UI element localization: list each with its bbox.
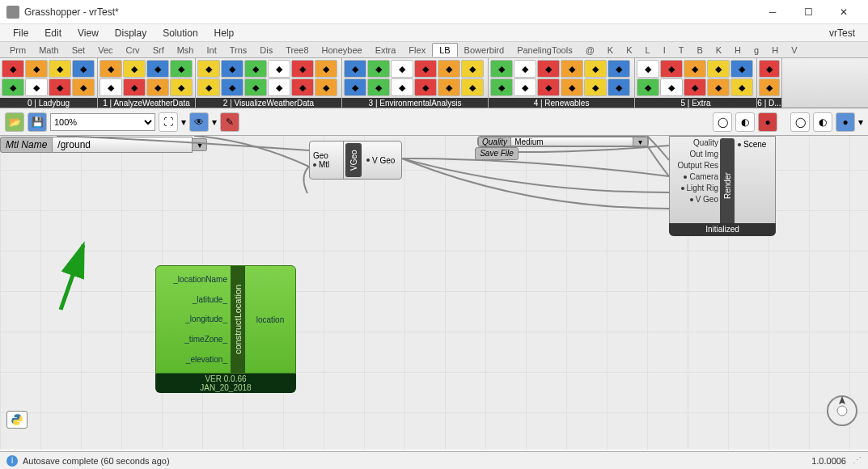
ribbon-tool-icon[interactable]: ◆ [123, 60, 146, 78]
tab-lb[interactable]: LB [432, 43, 457, 57]
render-icon[interactable]: ● [758, 112, 777, 132]
ribbon-tool-icon[interactable]: ◆ [123, 78, 146, 96]
ribbon-tool-icon[interactable]: ◆ [438, 60, 460, 78]
ribbon-tool-icon[interactable]: ◆ [438, 78, 460, 96]
location-input-lon[interactable]: _longitude_ [159, 315, 227, 323]
tab-g[interactable]: g [747, 44, 765, 57]
zoom-extents-icon[interactable]: ⛶ [159, 112, 178, 132]
render-input-vgeo[interactable]: V Geo [671, 195, 718, 204]
ribbon-tool-icon[interactable]: ◆ [490, 60, 513, 78]
ribbon-tool-icon[interactable]: ◆ [221, 78, 243, 96]
ribbon-tool-icon[interactable]: ◆ [461, 60, 484, 78]
ribbon-tool-icon[interactable]: ◆ [637, 78, 659, 96]
ribbon-tool-icon[interactable]: ◆ [759, 60, 780, 78]
tab-l[interactable]: L [639, 44, 657, 57]
render-node[interactable]: Quality Out Img Output Res Camera Light … [669, 136, 776, 236]
ribbon-tool-icon[interactable]: ◆ [49, 78, 71, 96]
vgeo-node[interactable]: Geo Mtl VGeo V Geo [309, 141, 402, 180]
ribbon-tool-icon[interactable]: ◆ [315, 78, 337, 96]
ribbon-tool-icon[interactable]: ◆ [391, 60, 413, 78]
menu-view[interactable]: View [70, 26, 107, 40]
ribbon-tool-icon[interactable]: ◆ [391, 78, 413, 96]
ribbon-tool-icon[interactable]: ◆ [344, 78, 366, 96]
tab-flex[interactable]: Flex [402, 44, 432, 57]
ribbon-tool-icon[interactable]: ◆ [660, 60, 683, 78]
savefile-toggle[interactable]: Save File [475, 147, 519, 160]
ribbon-tool-icon[interactable]: ◆ [637, 60, 659, 78]
ribbon-tool-icon[interactable]: ◆ [100, 78, 122, 96]
ribbon-tool-icon[interactable]: ◆ [146, 60, 169, 78]
ribbon-tool-icon[interactable]: ◆ [514, 78, 536, 96]
ribbon-tool-icon[interactable]: ◆ [170, 60, 193, 78]
minimize-button[interactable]: ─ [755, 1, 790, 23]
menu-edit[interactable]: Edit [36, 26, 70, 40]
tab-math[interactable]: Math [32, 44, 65, 57]
tab-srf[interactable]: Srf [146, 44, 171, 57]
python-badge[interactable] [6, 411, 28, 429]
ribbon-tool-icon[interactable]: ◆ [221, 60, 243, 78]
location-input-tz[interactable]: _timeZone_ [159, 335, 227, 344]
shade3-icon[interactable]: ● [836, 112, 855, 132]
ribbon-tool-icon[interactable]: ◆ [72, 60, 95, 78]
wire-icon[interactable]: ◯ [713, 112, 732, 132]
open-icon[interactable]: 📂 [5, 112, 24, 132]
ribbon-tool-icon[interactable]: ◆ [197, 60, 220, 78]
ribbon-tool-icon[interactable]: ◆ [49, 60, 71, 78]
ribbon-tool-icon[interactable]: ◆ [414, 78, 437, 96]
ribbon-tool-icon[interactable]: ◆ [244, 60, 267, 78]
location-input-name[interactable]: _locationName [159, 275, 227, 284]
construct-location-node[interactable]: _locationName _latitude_ _longitude_ _ti… [155, 265, 296, 398]
shade2-icon[interactable]: ◐ [813, 112, 832, 132]
tab-set[interactable]: Set [66, 44, 92, 57]
ribbon-tool-icon[interactable]: ◆ [100, 60, 122, 78]
ribbon-tool-icon[interactable]: ◆ [315, 60, 337, 78]
render-input-camera[interactable]: Camera [671, 172, 718, 181]
mtlname-panel[interactable]: Mtl Name /ground ▾ [0, 136, 207, 154]
tab-h[interactable]: H [728, 44, 747, 57]
tab-v[interactable]: V [785, 44, 803, 57]
tab-k[interactable]: K [709, 44, 728, 57]
location-input-elev[interactable]: _elevation_ [159, 355, 227, 364]
ribbon-tool-icon[interactable]: ◆ [584, 78, 607, 96]
canvas[interactable]: Geo Mtl VGeo V Geo Mtl Name /ground ▾ Qu… [0, 136, 868, 450]
mtlname-value[interactable]: /ground [53, 137, 193, 153]
ribbon-tool-icon[interactable]: ◆ [730, 78, 753, 96]
vgeo-input-mtl[interactable]: Mtl [313, 160, 343, 169]
ribbon-tool-icon[interactable]: ◆ [268, 78, 290, 96]
ribbon-tool-icon[interactable]: ◆ [514, 60, 536, 78]
tab-dis[interactable]: Dis [253, 44, 279, 57]
ribbon-tool-icon[interactable]: ◆ [367, 60, 390, 78]
zoom-dropdown[interactable]: 100% [50, 113, 155, 131]
render-input-outimg[interactable]: Out Img [671, 150, 718, 158]
ribbon-tool-icon[interactable]: ◆ [537, 60, 560, 78]
ribbon-tool-icon[interactable]: ◆ [461, 78, 484, 96]
quality-panel[interactable]: Quality Medium ▾ [477, 136, 649, 147]
ribbon-tool-icon[interactable]: ◆ [197, 78, 220, 96]
render-input-outputres[interactable]: Output Res [671, 161, 718, 170]
tab-crv[interactable]: Crv [120, 44, 146, 57]
ribbon-tool-icon[interactable]: ◆ [2, 78, 24, 96]
ribbon-tool-icon[interactable]: ◆ [414, 60, 437, 78]
ribbon-tool-icon[interactable]: ◆ [490, 78, 513, 96]
tab-honeybee[interactable]: Honeybee [315, 44, 369, 57]
ribbon-tool-icon[interactable]: ◆ [684, 78, 706, 96]
ribbon-tool-icon[interactable]: ◆ [537, 78, 560, 96]
vgeo-output[interactable]: V Geo [363, 142, 401, 179]
tab-bowerbird[interactable]: Bowerbird [458, 44, 511, 57]
render-input-lightrig[interactable]: Light Rig [671, 184, 718, 192]
tab-b[interactable]: B [690, 44, 709, 57]
quality-dropdown-icon[interactable]: ▾ [633, 137, 648, 146]
save-icon[interactable]: 💾 [28, 112, 47, 132]
tab-vec[interactable]: Vec [91, 44, 119, 57]
eye-icon[interactable]: 👁 [189, 112, 209, 132]
tab-trns[interactable]: Trns [223, 44, 254, 57]
ribbon-tool-icon[interactable]: ◆ [730, 60, 753, 78]
ribbon-tool-icon[interactable]: ◆ [344, 60, 366, 78]
quality-value[interactable]: Medium [511, 137, 633, 146]
location-output[interactable]: location [245, 266, 295, 373]
close-button[interactable]: ✕ [826, 1, 862, 23]
tab-tree8[interactable]: Tree8 [279, 44, 315, 57]
ribbon-tool-icon[interactable]: ◆ [660, 78, 683, 96]
ribbon-tool-icon[interactable]: ◆ [291, 60, 314, 78]
ribbon-tool-icon[interactable]: ◆ [367, 78, 390, 96]
